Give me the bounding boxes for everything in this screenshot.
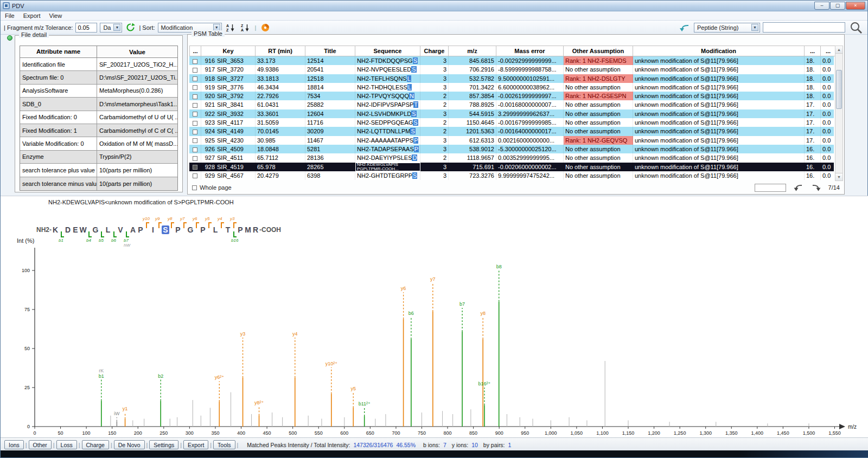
row-checkbox[interactable] <box>193 156 197 161</box>
scroll-up-icon[interactable]: ▲ <box>835 46 843 54</box>
undo-button[interactable] <box>677 22 691 33</box>
psm-column-header[interactable]: ... <box>189 46 201 56</box>
psm-row[interactable]: 917SIR_372049.938620541NH2-NVPQEESLEDS37… <box>189 65 834 74</box>
psm-cell-charge: 3 <box>420 56 449 65</box>
psm-row[interactable]: 919SIR_377646.343418814NH2-THDHQLESSL370… <box>189 83 834 92</box>
row-checkbox[interactable] <box>193 165 197 170</box>
row-checkbox[interactable] <box>193 76 197 81</box>
svg-text:100: 100 <box>22 268 30 273</box>
bottom-button-settings[interactable]: Settings <box>149 440 178 449</box>
search-input[interactable] <box>763 22 845 33</box>
psm-column-header[interactable]: Sequence <box>355 46 420 56</box>
page-number-input[interactable] <box>755 184 786 192</box>
row-index: 916 <box>203 56 217 65</box>
psm-column-header[interactable]: ... <box>821 46 836 56</box>
file-detail-table: Attribute name Value Identification file… <box>20 46 178 191</box>
bottom-button-export[interactable]: Export <box>183 440 208 449</box>
next-page-button[interactable] <box>810 182 823 193</box>
psm-column-header[interactable]: Title <box>305 46 355 56</box>
residue: M <box>244 225 252 234</box>
minimize-button[interactable]: – <box>814 2 829 10</box>
psm-column-header[interactable]: Modification <box>633 46 805 56</box>
menu-item[interactable]: File <box>1 12 19 20</box>
row-checkbox[interactable] <box>193 130 197 134</box>
residue: T <box>224 225 232 234</box>
y-ion-tick <box>208 222 212 228</box>
svg-text:400: 400 <box>237 430 245 436</box>
row-checkbox[interactable] <box>193 59 197 64</box>
psm-cell-title: 25882 <box>305 100 355 109</box>
psm-column-header[interactable]: ... <box>805 46 821 56</box>
file-detail-row: EnzymeTrypsin/P(2) <box>20 151 177 164</box>
page-indicator: 7/14 <box>828 184 840 191</box>
bottom-button-ions[interactable]: Ions <box>4 440 24 449</box>
svg-text:y1: y1 <box>123 406 128 411</box>
psm-row[interactable]: 921SIR_384161.043125882NH2-IDFIPVSPAPSPT… <box>189 100 834 109</box>
row-checkbox[interactable] <box>193 173 197 178</box>
psm-row[interactable]: 924SIR_414970.014530209NH2-LQTTDNLLPMS21… <box>189 127 834 136</box>
psm-column-header[interactable]: Mass error <box>496 46 564 56</box>
bottom-button-charge[interactable]: Charge <box>82 440 109 449</box>
unit-select[interactable]: Da ▼ <box>100 23 122 33</box>
menu-item[interactable]: View <box>45 12 67 20</box>
row-checkbox[interactable] <box>193 68 197 73</box>
b-ion-label: b1 <box>59 238 63 243</box>
y-ion-label: y8 <box>168 216 172 221</box>
sort-descending-button[interactable]: ZA <box>239 22 251 33</box>
psm-column-header[interactable]: Other Assumption <box>564 46 633 56</box>
row-checkbox[interactable] <box>193 147 197 152</box>
psm-cell-key: 926SIR_4509 <box>201 145 256 153</box>
psm-row[interactable]: 918SIR_372733.181312518NH2-TEFLHSQNSL353… <box>189 74 834 83</box>
psm-cell-mass-error: 0.00216000000000... <box>496 136 564 145</box>
modified-residue-highlight: T <box>413 101 418 108</box>
close-button[interactable]: × <box>846 2 865 10</box>
bottom-button-loss[interactable]: Loss <box>56 440 77 449</box>
psm-row[interactable]: 927SIR_451165.711228136NH2-DAEYIYPSLESD2… <box>189 153 834 162</box>
scroll-down-icon[interactable]: ▼ <box>835 173 843 180</box>
row-checkbox[interactable] <box>193 85 197 90</box>
row-checkbox[interactable] <box>193 103 197 108</box>
sequence-text: NH2-TPVQYSQQQ <box>357 93 409 99</box>
psm-column-header[interactable]: RT (min) <box>256 46 305 56</box>
svg-text:600: 600 <box>340 430 348 436</box>
bottom-button-de-novo[interactable]: De Novo <box>114 440 145 449</box>
maximize-button[interactable]: ▢ <box>830 2 845 10</box>
previous-page-button[interactable] <box>792 182 805 193</box>
psm-row[interactable]: 928SIR_451965.97828265NH2-KDEWGLVAPISPGP… <box>189 163 834 171</box>
psm-row[interactable]: 925SIR_423030.98511467NH2-AAAAAATAPPSP36… <box>189 136 834 145</box>
tolerance-input[interactable] <box>75 23 97 33</box>
bottom-button-tools[interactable]: Tools <box>213 440 235 449</box>
psm-column-header[interactable]: Charge <box>420 46 449 56</box>
row-checkbox[interactable] <box>193 94 197 99</box>
row-checkbox[interactable] <box>193 121 197 126</box>
psm-column-header[interactable]: Key <box>201 46 256 56</box>
psm-cell-select <box>189 92 201 100</box>
psm-cell-mz: 532.5782 <box>449 74 496 83</box>
row-checkbox[interactable] <box>193 112 197 117</box>
titlebar[interactable]: PDV – ▢ × <box>1 1 867 11</box>
psm-row[interactable]: 916SIR_365333.17312514NH2-FTDKDQQPSGS384… <box>189 56 834 65</box>
psm-row[interactable]: 920SIR_379222.79267534NH2-TPVQYSQQQN2857… <box>189 92 834 100</box>
psm-row[interactable]: 926SIR_450918.08485281NH2-TADAPSEPAASP35… <box>189 145 834 153</box>
refresh-button[interactable] <box>125 22 136 33</box>
search-mode-select[interactable]: Peptide (String) ▼ <box>694 23 760 33</box>
psm-cell-modification: unknown modification of S@11[79.966] <box>633 65 805 74</box>
bottom-button-other[interactable]: Other <box>29 440 52 449</box>
psm-column-header[interactable]: m/z <box>449 46 496 56</box>
check-spectra-button[interactable] <box>260 22 271 33</box>
whole-page-checkbox[interactable] <box>192 185 197 190</box>
residue: A <box>129 225 137 234</box>
psm-row[interactable]: 923SIR_411731.505911716NH2-SEDPPGQEAGS21… <box>189 118 834 127</box>
scrollbar-thumb[interactable] <box>836 70 842 109</box>
psm-scrollbar[interactable]: ▲ ▼ <box>835 46 843 181</box>
menu-item[interactable]: Export <box>19 12 45 20</box>
psm-row[interactable]: 922SIR_393233.360112604NH2-LSVHDMKPLDS35… <box>189 109 834 118</box>
sort-ascending-button[interactable]: AZ <box>225 22 237 33</box>
row-checkbox[interactable] <box>193 138 197 143</box>
psm-cell-modification: unknown modification of S@11[79.966] <box>633 163 805 171</box>
search-button[interactable] <box>848 22 864 33</box>
button-separator: | <box>180 442 182 448</box>
psm-cell-select <box>189 83 201 92</box>
psm-row[interactable]: 929SIR_456720.42796398NH2-GHTDTEGRPPS372… <box>189 171 834 180</box>
b-ion-label: b4 <box>86 238 91 243</box>
